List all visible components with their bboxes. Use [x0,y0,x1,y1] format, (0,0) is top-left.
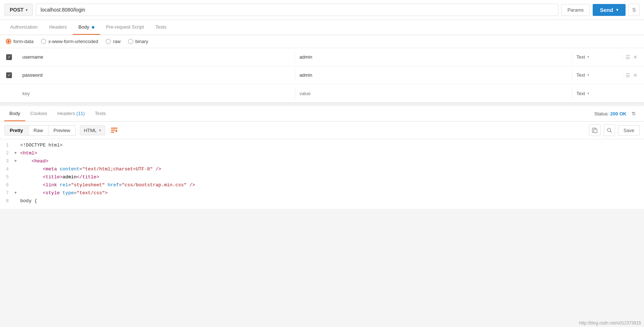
line-content-6: <link rel="stylesheet" href="css/bootstr… [20,182,644,188]
raw-label: raw [113,39,121,44]
code-viewer: 1 <!DOCTYPE html> 2 ▼ <html> 3 ▼ <head> … [0,139,644,209]
key-empty[interactable] [18,88,295,99]
save-button[interactable]: Save [618,125,640,136]
close-icon[interactable]: ✕ [633,54,637,60]
code-line-3: 3 ▼ <head> [0,158,644,166]
format-preview[interactable]: Preview [48,126,75,135]
divider [0,103,644,105]
res-tab-headers[interactable]: Headers (11) [52,106,90,121]
line-num-6: 6 [0,182,14,188]
line-num-2: 2 [0,150,14,156]
time-label: Ti [632,111,635,116]
copy-button[interactable] [589,124,601,136]
line-content-2: <html> [20,150,644,156]
url-input[interactable] [36,4,558,16]
svg-rect-0 [111,128,117,129]
format-tabs: Pretty Raw Preview [4,125,76,136]
key-username[interactable] [18,51,295,63]
lang-label: HTML [84,128,96,133]
tab-authorization[interactable]: Authorization [4,20,43,35]
type-empty[interactable]: Text ▾ [572,88,622,99]
line-num-3: 3 [0,158,14,164]
tab-tests-request[interactable]: Tests [150,20,172,35]
res-tab-cookies[interactable]: Cookies [25,106,52,121]
menu-icon[interactable]: ☰ [626,54,630,60]
radio-form-data[interactable]: form-data [6,39,34,44]
svg-line-5 [610,131,612,133]
row1-check[interactable] [0,54,18,60]
line-num-5: 5 [0,174,14,180]
search-button[interactable] [604,124,615,136]
svg-rect-2 [111,132,114,133]
table-row: Text ▾ ☰ ✕ [0,48,644,66]
lang-chevron-icon: ▾ [99,128,101,133]
type-chevron-icon: ▾ [587,55,589,59]
radio-x-www-form-urlencoded[interactable]: x-www-form-urlencoded [41,39,98,44]
status-code: 200 OK [610,111,627,116]
type-chevron-icon3: ▾ [587,91,589,96]
val-username[interactable] [295,51,572,63]
line-num-7: 7 [0,190,14,196]
lang-select[interactable]: HTML ▾ [80,126,105,135]
radio-form-data-circle [6,39,11,44]
line-content-4: <meta content="text/html;charset=UTF-8" … [20,166,644,172]
key-password[interactable] [18,69,295,81]
form-data-label: form-data [13,39,34,44]
menu-icon2[interactable]: ☰ [626,72,630,78]
method-dropdown[interactable]: POST ▾ [4,4,33,16]
line-toggle-6 [14,182,20,183]
tab-pre-request-script[interactable]: Pre-request Script [100,20,150,35]
type-password[interactable]: Text ▾ [572,69,622,81]
row2-check[interactable] [0,72,18,78]
line-toggle-2[interactable]: ▼ [14,150,20,155]
radio-raw[interactable]: raw [106,39,121,44]
tab-body[interactable]: Body [73,20,100,35]
radio-x-www-circle [41,39,46,44]
s-label: S [628,4,640,16]
params-button[interactable]: Params [561,4,590,16]
checkbox-username[interactable] [6,54,12,60]
res-tab-tests[interactable]: Tests [90,106,111,121]
response-tabs: Body Cookies Headers (11) Tests Status: … [0,106,644,122]
type-username[interactable]: Text ▾ [572,51,622,63]
status-label: Status: [594,111,609,116]
line-toggle-7[interactable]: ▼ [14,190,20,195]
radio-binary-circle [128,39,133,44]
code-line-7: 7 ▼ <style type="text/css"> [0,190,644,198]
format-raw[interactable]: Raw [29,126,48,135]
line-content-3: <head> [20,158,644,164]
svg-rect-3 [594,129,597,133]
actions-username: ☰ ✕ [622,54,644,60]
format-pretty[interactable]: Pretty [5,126,29,135]
form-table: Text ▾ ☰ ✕ Text ▾ ☰ ✕ Text ▾ [0,48,644,103]
line-content-8: body { [20,198,644,204]
type-password-label: Text [576,72,585,78]
checkbox-password[interactable] [6,72,12,78]
radio-binary[interactable]: binary [128,39,148,44]
wrap-icon[interactable] [109,125,120,136]
val-password[interactable] [295,69,572,81]
x-www-label: x-www-form-urlencoded [48,39,98,44]
code-line-1: 1 <!DOCTYPE html> [0,142,644,150]
send-button[interactable]: Send ▾ [593,4,626,16]
type-empty-label: Text [576,91,585,96]
code-line-4: 4 <meta content="text/html;charset=UTF-8… [0,166,644,174]
headers-count: (11) [76,111,85,116]
send-chevron-icon: ▾ [616,8,618,12]
tab-headers[interactable]: Headers [43,20,73,35]
radio-raw-circle [106,39,111,44]
line-toggle-5 [14,174,20,175]
binary-label: binary [136,39,148,44]
res-tests-label: Tests [95,111,106,116]
type-chevron-icon2: ▾ [587,73,589,77]
method-chevron-icon: ▾ [26,8,27,12]
line-toggle-3[interactable]: ▼ [14,158,20,163]
res-cookies-label: Cookies [30,111,47,116]
close-icon2[interactable]: ✕ [633,72,637,78]
table-row: Text ▾ ☰ ✕ [0,66,644,84]
res-tab-body[interactable]: Body [4,106,25,121]
code-line-6: 6 <link rel="stylesheet" href="css/boots… [0,182,644,190]
response-toolbar: Pretty Raw Preview HTML ▾ Save [0,122,644,139]
code-line-5: 5 <title>admin</title> [0,174,644,182]
val-empty[interactable] [295,88,572,99]
